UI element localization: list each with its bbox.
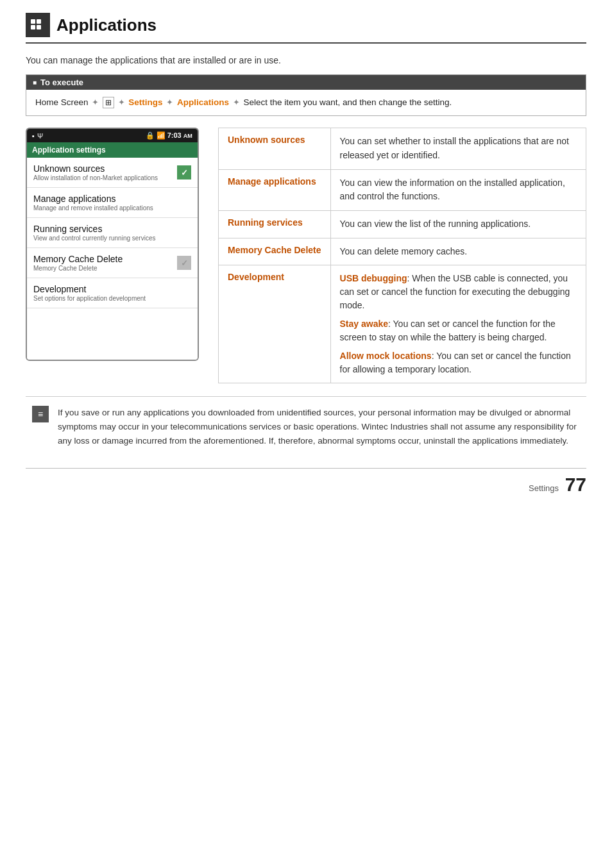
arrow-1: ✦: [92, 97, 101, 107]
warning-icon: [32, 406, 49, 422]
term-manage-apps: Manage applications: [219, 169, 331, 210]
phone-item-subtitle: Set options for application development: [33, 295, 146, 302]
desc-development: USB debugging: When the USB cable is con…: [330, 265, 586, 383]
applications-icon: [26, 13, 50, 37]
warning-box: If you save or run any applications you …: [26, 396, 586, 456]
dev-term-stay: Stay awake: [340, 319, 389, 329]
table-row-manage-apps: Manage applications You can view the inf…: [219, 169, 586, 210]
page-title: Applications: [56, 15, 157, 35]
phone-appbar: Application settings: [27, 142, 198, 158]
svg-rect-1: [37, 19, 41, 24]
path-settings: Settings: [128, 97, 162, 107]
svg-rect-0: [31, 19, 35, 24]
statusbar-time: 🔒 📶 7:03 AM: [146, 131, 192, 139]
phone-item-subtitle: View and control currently running servi…: [33, 235, 155, 242]
phone-item-title: Manage applications: [33, 194, 153, 204]
footer-page-number: 77: [565, 474, 586, 495]
memory-cache-checkbox[interactable]: [177, 256, 191, 270]
arrow-3: ✦: [166, 97, 176, 107]
phone-item-title: Unknown sources: [33, 163, 158, 174]
intro-text: You can manage the applications that are…: [26, 55, 586, 65]
path-applications: Applications: [177, 97, 229, 107]
path-home: Home Screen: [35, 97, 90, 107]
warning-text: If you save or run any applications you …: [58, 406, 577, 447]
phone-item-running-services[interactable]: Running services View and control curren…: [27, 218, 198, 248]
phone-item-title: Memory Cache Delete: [33, 254, 123, 264]
arrow-2: ✦: [118, 97, 128, 107]
statusbar-right: 🔒 📶 7:03 AM: [146, 131, 192, 140]
page-footer: Settings 77: [26, 468, 586, 496]
phone-item-manage-apps[interactable]: Manage applications Manage and remove in…: [27, 188, 198, 218]
phone-mockup: ▪ Ψ 🔒 📶 7:03 AM Application settings Unk…: [26, 128, 199, 361]
dev-stay-awake: Stay awake: You can set or cancel the fu…: [340, 317, 577, 344]
term-memory-cache: Memory Cache Delete: [219, 238, 331, 265]
term-development: Development: [219, 265, 331, 383]
unknown-sources-checkbox[interactable]: [177, 165, 191, 179]
term-running-services: Running services: [219, 211, 331, 238]
table-row-running-services: Running services You can view the list o…: [219, 211, 586, 238]
footer-label: Settings: [529, 483, 559, 493]
info-table-wrapper: Unknown sources You can set whether to i…: [218, 128, 586, 383]
statusbar-icon-phone: ▪: [32, 132, 35, 140]
phone-statusbar: ▪ Ψ 🔒 📶 7:03 AM: [27, 129, 198, 142]
desc-memory-cache: You can delete memory caches.: [330, 238, 586, 265]
phone-item-memory-cache[interactable]: Memory Cache Delete Memory Cache Delete: [27, 248, 198, 278]
execute-box-header: To execute: [26, 75, 586, 90]
svg-rect-2: [31, 25, 35, 29]
dev-term-mock: Allow mock locations: [340, 351, 432, 361]
desc-manage-apps: You can view the information on the inst…: [330, 169, 586, 210]
page-header: Applications: [26, 13, 586, 44]
execute-box-body: Home Screen ✦ ⊞ ✦ Settings ✦ Application…: [26, 90, 586, 115]
info-table: Unknown sources You can set whether to i…: [218, 128, 586, 383]
desc-unknown-sources: You can set whether to install the appli…: [330, 128, 586, 169]
desc-running-services: You can view the list of the running app…: [330, 211, 586, 238]
phone-item-title: Running services: [33, 224, 155, 234]
path-instruction: Select the item you want, and then chang…: [243, 97, 452, 107]
phone-item-title: Development: [33, 284, 146, 294]
table-row-memory-cache: Memory Cache Delete You can delete memor…: [219, 238, 586, 265]
execute-label: To execute: [40, 78, 83, 87]
phone-item-development[interactable]: Development Set options for application …: [27, 278, 198, 308]
phone-empty-area: [27, 308, 198, 360]
phone-item-unknown-sources[interactable]: Unknown sources Allow installation of no…: [27, 158, 198, 188]
path-grid-icon: ⊞: [103, 97, 114, 108]
arrow-4: ✦: [233, 97, 242, 107]
statusbar-left: ▪ Ψ: [32, 132, 43, 140]
table-row-unknown-sources: Unknown sources You can set whether to i…: [219, 128, 586, 169]
phone-item-subtitle: Allow installation of non-Market applica…: [33, 174, 158, 181]
content-area: ▪ Ψ 🔒 📶 7:03 AM Application settings Unk…: [26, 128, 586, 383]
phone-item-subtitle: Manage and remove installed applications: [33, 204, 153, 212]
execute-box: To execute Home Screen ✦ ⊞ ✦ Settings ✦ …: [26, 74, 586, 116]
dev-usb-debugging: USB debugging: When the USB cable is con…: [340, 272, 577, 312]
dev-term-usb: USB debugging: [340, 273, 407, 283]
dev-mock-locations: Allow mock locations: You can set or can…: [340, 349, 577, 376]
phone-item-subtitle: Memory Cache Delete: [33, 265, 123, 272]
svg-rect-3: [37, 25, 41, 29]
table-row-development: Development USB debugging: When the USB …: [219, 265, 586, 383]
statusbar-icon-signal: Ψ: [37, 132, 43, 140]
term-unknown-sources: Unknown sources: [219, 128, 331, 169]
